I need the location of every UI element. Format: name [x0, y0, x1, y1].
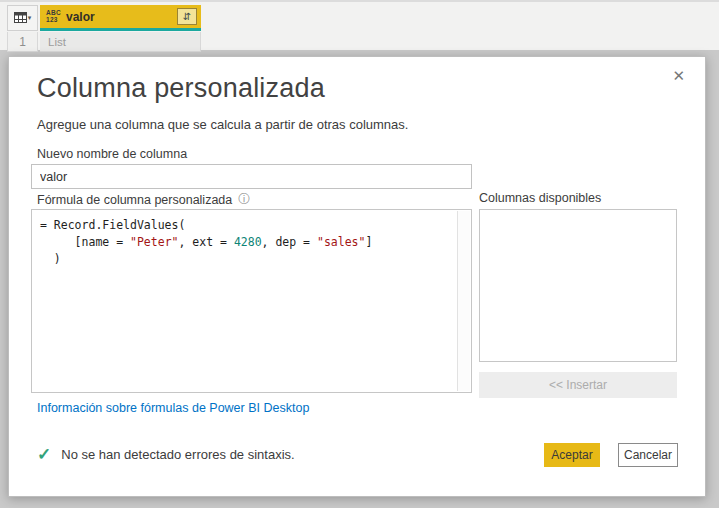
syntax-status-text: No se han detectado errores de sintaxis.: [61, 447, 294, 462]
cancel-button[interactable]: Cancelar: [618, 443, 678, 467]
info-icon[interactable]: ⓘ: [238, 191, 250, 208]
formula-label-row: Fórmula de columna personalizada ⓘ: [37, 191, 250, 208]
column-type-abc123-icon: ABC 123: [46, 10, 61, 23]
expand-arrows-icon[interactable]: ⇵: [177, 8, 197, 25]
column-quality-bar: [40, 28, 201, 31]
new-column-name-label: Nuevo nombre de columna: [37, 147, 187, 161]
column-header-valor[interactable]: ABC 123 valor ⇵: [40, 5, 201, 28]
formula-code[interactable]: = Record.FieldValues( [name = "Peter", e…: [32, 210, 456, 392]
formula-label: Fórmula de columna personalizada: [37, 193, 232, 207]
available-columns-label: Columnas disponibles: [479, 191, 601, 205]
new-column-name-input[interactable]: [31, 164, 472, 189]
query-editor-grid: ▾ ABC 123 valor ⇵ 1 List: [0, 0, 719, 50]
formula-scrollbar[interactable]: [457, 211, 470, 391]
list-cell[interactable]: List: [40, 32, 201, 52]
row-number[interactable]: 1: [7, 32, 38, 52]
insert-button[interactable]: << Insertar: [479, 372, 677, 398]
dialog-title: Columna personalizada: [37, 73, 325, 104]
table-icon: [14, 9, 27, 27]
accept-button[interactable]: Aceptar: [544, 443, 600, 467]
column-name: valor: [66, 10, 177, 24]
select-all-table-button[interactable]: ▾: [7, 5, 38, 31]
dialog-subtitle: Agregue una columna que se calcula a par…: [37, 117, 408, 132]
custom-column-dialog: ✕ Columna personalizada Agregue una colu…: [8, 56, 706, 497]
close-icon[interactable]: ✕: [668, 65, 689, 87]
available-columns-list[interactable]: [479, 209, 677, 362]
formula-help-link[interactable]: Información sobre fórmulas de Power BI D…: [37, 401, 309, 415]
table-menu-caret-icon: ▾: [28, 14, 32, 22]
check-icon: ✓: [37, 444, 51, 465]
formula-editor[interactable]: = Record.FieldValues( [name = "Peter", e…: [31, 209, 472, 393]
syntax-status: ✓ No se han detectado errores de sintaxi…: [37, 444, 295, 465]
